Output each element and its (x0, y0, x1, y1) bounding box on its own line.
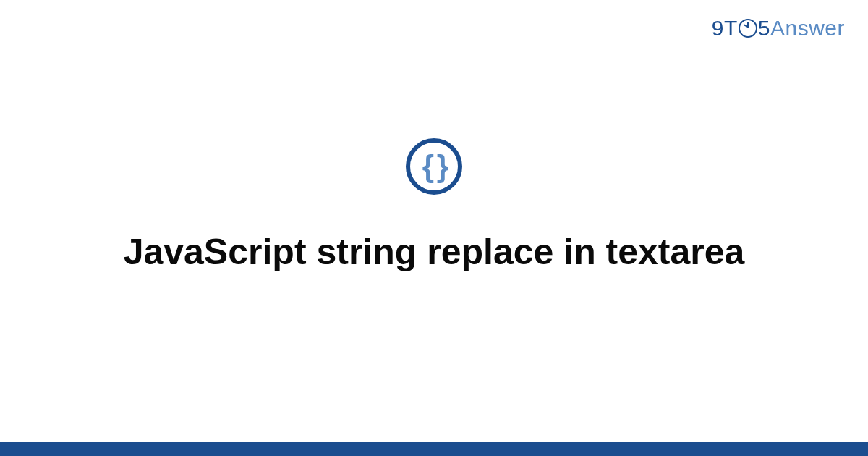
footer-accent-bar (0, 442, 868, 456)
code-braces-icon: { } (406, 138, 462, 195)
braces-glyph: { } (422, 151, 446, 182)
page-title: JavaScript string replace in textarea (124, 229, 745, 275)
main-content: { } JavaScript string replace in textare… (0, 0, 868, 442)
